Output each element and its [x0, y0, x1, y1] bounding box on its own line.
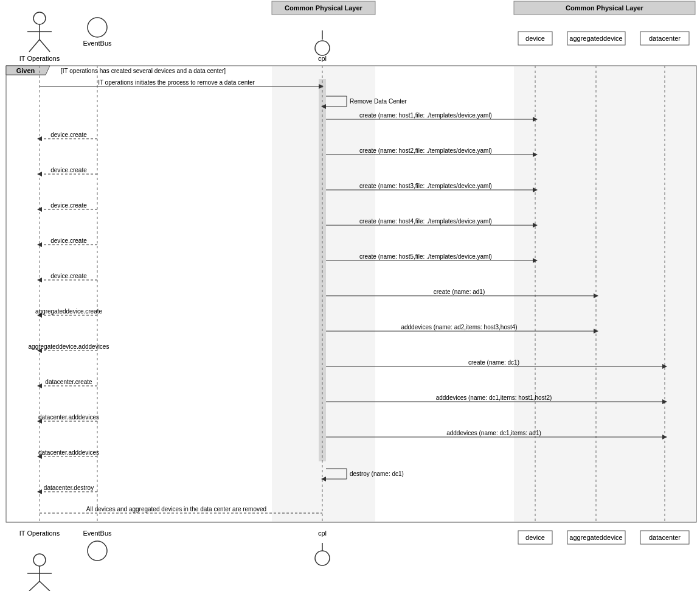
svg-marker-40 [533, 117, 538, 122]
svg-marker-73 [37, 313, 42, 318]
svg-marker-46 [533, 152, 538, 157]
svg-text:datacenter.adddevices: datacenter.adddevices [38, 449, 99, 456]
svg-text:device: device [525, 35, 545, 42]
svg-text:datacenter.adddevices: datacenter.adddevices [38, 414, 99, 421]
svg-text:EventBus: EventBus [83, 530, 112, 537]
svg-text:IT Operations: IT Operations [19, 530, 60, 537]
svg-point-4 [33, 12, 46, 24]
svg-text:device.create: device.create [50, 237, 87, 244]
svg-text:adddevices (name: ad2,items: h: adddevices (name: ad2,items: host3,host4… [401, 324, 517, 330]
svg-marker-55 [37, 207, 42, 212]
svg-rect-19 [640, 32, 689, 45]
svg-text:[IT operations has created sev: [IT operations has created several devic… [61, 68, 226, 74]
svg-text:device.create: device.create [50, 131, 87, 138]
svg-line-8 [40, 40, 50, 52]
svg-marker-61 [37, 242, 42, 247]
svg-text:datacenter.create: datacenter.create [45, 379, 92, 385]
svg-marker-82 [662, 364, 667, 369]
svg-marker-99 [321, 477, 326, 481]
svg-text:create (name: ad1): create (name: ad1) [434, 289, 485, 295]
svg-rect-15 [518, 32, 552, 45]
svg-marker-67 [37, 278, 42, 282]
svg-marker-79 [37, 348, 42, 353]
svg-text:device.create: device.create [50, 167, 87, 173]
svg-text:device: device [525, 534, 545, 541]
svg-text:datacenter: datacenter [649, 534, 681, 541]
svg-marker-70 [594, 293, 598, 298]
svg-text:datacenter: datacenter [649, 35, 681, 42]
diagram-container: Common Physical Layer Common Physical La… [0, 0, 700, 591]
svg-marker-35 [319, 84, 324, 89]
svg-marker-102 [37, 489, 42, 494]
svg-text:IT Operations: IT Operations [19, 55, 60, 62]
svg-text:EventBus: EventBus [83, 40, 112, 47]
svg-rect-21 [6, 66, 696, 522]
svg-rect-117 [518, 531, 552, 544]
svg-marker-76 [594, 329, 598, 334]
svg-marker-52 [533, 187, 538, 192]
svg-text:IT operations initiates the pr: IT operations initiates the process to r… [98, 79, 255, 86]
svg-text:aggregateddevice.adddevices: aggregateddevice.adddevices [29, 343, 109, 350]
svg-rect-26 [272, 66, 375, 522]
svg-text:device.create: device.create [50, 273, 87, 279]
svg-text:Remove Data Center: Remove Data Center [350, 98, 407, 105]
svg-marker-97 [37, 454, 42, 459]
svg-text:create (name: host5,file: ./te: create (name: host5,file: ./templates/de… [359, 253, 492, 260]
svg-marker-88 [662, 399, 667, 404]
svg-text:adddevices (name: dc1,items: a: adddevices (name: dc1,items: ad1) [446, 430, 541, 436]
svg-rect-25 [319, 79, 326, 461]
svg-marker-91 [37, 419, 42, 424]
svg-point-107 [33, 554, 46, 566]
svg-rect-0 [272, 1, 375, 15]
svg-text:All devices and aggregated dev: All devices and aggregated devices in th… [86, 506, 266, 512]
diagram-svg: Common Physical Layer Common Physical La… [0, 0, 700, 591]
svg-marker-22 [6, 66, 50, 75]
svg-text:create (name: dc1): create (name: dc1) [468, 359, 519, 366]
svg-text:Common Physical Layer: Common Physical Layer [566, 4, 643, 12]
svg-marker-94 [662, 435, 667, 439]
svg-point-13 [315, 41, 330, 55]
svg-marker-49 [37, 172, 42, 177]
svg-rect-121 [640, 531, 689, 544]
svg-rect-119 [567, 531, 625, 544]
svg-marker-64 [533, 258, 538, 263]
svg-point-10 [88, 18, 107, 37]
svg-text:datacenter.destroy: datacenter.destroy [44, 484, 94, 491]
svg-text:cpl: cpl [318, 530, 327, 537]
svg-text:device.create: device.create [50, 202, 87, 209]
svg-marker-85 [37, 383, 42, 388]
svg-text:create (name: host3,file: ./te: create (name: host3,file: ./templates/de… [359, 183, 492, 189]
svg-text:create (name: host4,file: ./te: create (name: host4,file: ./templates/de… [359, 218, 492, 225]
svg-text:aggregateddevice: aggregateddevice [569, 35, 622, 42]
svg-marker-43 [37, 136, 42, 141]
svg-marker-37 [321, 104, 326, 109]
svg-text:aggregateddevice: aggregateddevice [569, 534, 622, 541]
svg-text:create (name: host2,file: ./te: create (name: host2,file: ./templates/de… [359, 147, 492, 154]
svg-point-116 [315, 551, 330, 565]
svg-line-110 [29, 581, 40, 591]
svg-rect-2 [514, 1, 695, 15]
svg-point-113 [88, 541, 107, 561]
svg-line-7 [29, 40, 40, 52]
svg-line-111 [40, 581, 50, 591]
svg-text:adddevices (name: dc1,items: h: adddevices (name: dc1,items: host1,host2… [436, 394, 552, 401]
svg-text:cpl: cpl [318, 55, 327, 62]
svg-text:Given: Given [16, 67, 35, 74]
svg-marker-58 [533, 223, 538, 228]
svg-rect-27 [514, 66, 695, 522]
svg-text:create (name: host1,file: ./te: create (name: host1,file: ./templates/de… [359, 112, 492, 119]
svg-text:Common Physical Layer: Common Physical Layer [285, 4, 362, 12]
svg-text:aggregateddevice.create: aggregateddevice.create [35, 308, 103, 315]
svg-text:destroy (name: dc1): destroy (name: dc1) [350, 470, 404, 477]
svg-rect-17 [567, 32, 625, 45]
